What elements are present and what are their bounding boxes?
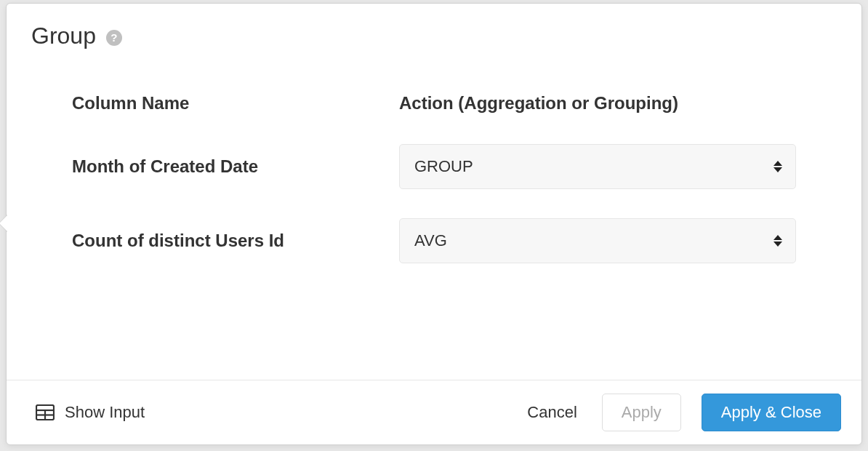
dialog-title: Group — [31, 23, 96, 49]
action-select-value: GROUP — [414, 157, 473, 176]
table-row: Count of distinct Users Id AVG — [72, 218, 796, 263]
action-select-row-1[interactable]: GROUP — [399, 144, 796, 189]
dialog-header: Group ? — [7, 4, 861, 57]
footer-actions: Cancel Apply Apply & Close — [523, 394, 841, 431]
chevron-updown-icon — [773, 161, 782, 172]
show-input-toggle[interactable]: Show Input — [36, 403, 145, 422]
column-name-header: Column Name — [72, 93, 399, 113]
group-dialog: Group ? Column Name Action (Aggregation … — [6, 3, 862, 445]
table-row: Month of Created Date GROUP — [72, 144, 796, 189]
apply-close-button[interactable]: Apply & Close — [702, 394, 841, 431]
dialog-footer: Show Input Cancel Apply Apply & Close — [7, 380, 861, 444]
apply-button[interactable]: Apply — [602, 394, 681, 431]
help-icon[interactable]: ? — [106, 30, 122, 46]
row-column-name: Month of Created Date — [72, 156, 399, 177]
table-header-row: Column Name Action (Aggregation or Group… — [72, 93, 796, 113]
dialog-pointer — [0, 215, 8, 232]
action-select-row-2[interactable]: AVG — [399, 218, 796, 263]
dialog-body: Column Name Action (Aggregation or Group… — [7, 57, 861, 380]
action-select-value: AVG — [414, 231, 447, 250]
table-icon — [36, 404, 55, 420]
action-header: Action (Aggregation or Grouping) — [399, 93, 796, 113]
chevron-updown-icon — [773, 235, 782, 247]
show-input-label: Show Input — [65, 403, 145, 422]
cancel-button[interactable]: Cancel — [523, 396, 581, 429]
row-column-name: Count of distinct Users Id — [72, 231, 399, 251]
